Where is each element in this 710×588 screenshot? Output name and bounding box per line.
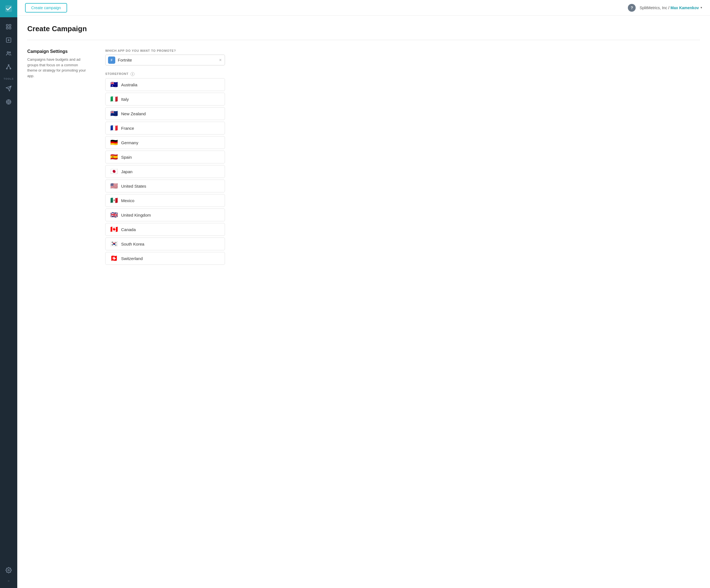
country-item[interactable]: 🇬🇧United Kingdom — [105, 209, 225, 221]
country-item[interactable]: 🇳🇿New Zealand — [105, 107, 225, 120]
storefront-info-icon[interactable]: i — [131, 72, 135, 76]
sidebar-item-send[interactable] — [2, 83, 15, 95]
country-flag: 🇬🇧 — [110, 212, 118, 218]
country-flag: 🇪🇸 — [110, 154, 118, 160]
country-item[interactable]: 🇪🇸Spain — [105, 150, 225, 163]
divider — [27, 40, 700, 40]
country-name: Canada — [121, 227, 136, 232]
country-flag: 🇨🇦 — [110, 226, 118, 233]
country-name: United Kingdom — [121, 213, 151, 217]
country-name: Spain — [121, 155, 132, 160]
country-flag: 🇩🇪 — [110, 140, 118, 146]
sidebar-item-add[interactable] — [2, 34, 15, 46]
header-right: ? SplitMetrics, Inc / Max Kamenkov ▾ — [628, 4, 702, 12]
country-name: Japan — [121, 169, 133, 174]
sidebar-expand-button[interactable]: » — [6, 578, 11, 584]
settings-main: WHICH APP DO YOU WANT TO PROMOTE? F × — [105, 49, 225, 265]
user-name: Max Kamenkov — [670, 5, 699, 10]
country-name: Australia — [121, 83, 137, 87]
help-button[interactable]: ? — [628, 4, 636, 12]
country-name: Germany — [121, 140, 138, 145]
country-item[interactable]: 🇨🇦Canada — [105, 223, 225, 236]
country-name: United States — [121, 184, 146, 188]
country-flag: 🇳🇿 — [110, 111, 118, 117]
svg-line-14 — [9, 65, 10, 68]
create-campaign-button[interactable]: Create campaign — [25, 3, 67, 13]
country-flag: 🇮🇹 — [110, 96, 118, 102]
app-search-input[interactable] — [105, 54, 225, 65]
country-flag: 🇦🇺 — [110, 81, 118, 88]
country-flag: 🇫🇷 — [110, 125, 118, 131]
country-flag: 🇯🇵 — [110, 168, 118, 174]
storefront-label: STOREFRONT i — [105, 72, 225, 76]
header: Create campaign ? SplitMetrics, Inc / Ma… — [17, 0, 710, 16]
country-flag: 🇨🇭 — [110, 255, 118, 261]
separator: / — [668, 5, 669, 10]
country-item[interactable]: 🇺🇸United States — [105, 180, 225, 192]
country-item[interactable]: 🇩🇪Germany — [105, 136, 225, 149]
settings-sidebar-title: Campaign Settings — [27, 49, 89, 54]
svg-rect-1 — [6, 24, 8, 26]
country-list: 🇦🇺Australia🇮🇹Italy🇳🇿New Zealand🇫🇷France🇩… — [105, 78, 225, 265]
content-area: Create Campaign Campaign Settings Campai… — [17, 16, 710, 588]
settings-sidebar-description: Campaigns have budgets and ad groups tha… — [27, 57, 89, 78]
country-flag: 🇲🇽 — [110, 197, 118, 204]
sidebar-tools-label: TOOLS — [4, 77, 14, 80]
settings-layout: Campaign Settings Campaigns have budgets… — [27, 49, 700, 265]
page-title: Create Campaign — [27, 24, 700, 33]
settings-sidebar: Campaign Settings Campaigns have budgets… — [27, 49, 89, 265]
sidebar-bottom: » — [2, 564, 15, 588]
country-name: France — [121, 126, 134, 131]
country-item[interactable]: 🇨🇭Switzerland — [105, 252, 225, 265]
user-menu[interactable]: SplitMetrics, Inc / Max Kamenkov ▾ — [640, 5, 702, 10]
svg-line-13 — [7, 65, 9, 68]
country-item[interactable]: 🇫🇷France — [105, 122, 225, 135]
country-name: South Korea — [121, 242, 144, 246]
country-item[interactable]: 🇦🇺Australia — [105, 78, 225, 91]
svg-point-19 — [8, 102, 9, 102]
svg-point-11 — [6, 68, 7, 69]
svg-rect-2 — [9, 24, 11, 26]
svg-point-12 — [10, 68, 11, 69]
country-flag: 🇺🇸 — [110, 183, 118, 189]
app-clear-button[interactable]: × — [219, 58, 222, 62]
sidebar-logo[interactable] — [0, 0, 17, 17]
sidebar-item-target[interactable] — [2, 96, 15, 108]
sidebar-navigation: TOOLS — [2, 17, 15, 564]
country-name: New Zealand — [121, 111, 146, 116]
sidebar: TOOLS » — [0, 0, 17, 588]
app-selector-label: WHICH APP DO YOU WANT TO PROMOTE? — [105, 49, 225, 52]
svg-rect-3 — [6, 27, 8, 29]
app-input-wrapper: F × — [105, 54, 225, 65]
country-item[interactable]: 🇮🇹Italy — [105, 93, 225, 105]
company-name: SplitMetrics, Inc — [640, 5, 667, 10]
sidebar-item-users[interactable] — [2, 47, 15, 60]
country-flag: 🇰🇷 — [110, 241, 118, 247]
country-name: Italy — [121, 97, 129, 102]
sidebar-item-settings[interactable] — [2, 564, 15, 576]
country-item[interactable]: 🇯🇵Japan — [105, 165, 225, 178]
svg-point-8 — [7, 52, 9, 53]
country-name: Mexico — [121, 198, 135, 203]
user-menu-chevron: ▾ — [701, 6, 702, 9]
sidebar-item-network[interactable] — [2, 61, 15, 73]
svg-point-10 — [8, 65, 9, 66]
sidebar-item-dashboard[interactable] — [2, 21, 15, 33]
svg-rect-4 — [9, 27, 11, 29]
main-area: Create campaign ? SplitMetrics, Inc / Ma… — [17, 0, 710, 588]
svg-text:F: F — [111, 59, 113, 62]
header-left: Create campaign — [25, 3, 67, 13]
country-item[interactable]: 🇲🇽Mexico — [105, 194, 225, 207]
app-avatar: F — [108, 56, 115, 64]
svg-point-9 — [9, 52, 10, 53]
country-name: Switzerland — [121, 256, 143, 261]
svg-point-24 — [8, 569, 9, 571]
country-item[interactable]: 🇰🇷South Korea — [105, 237, 225, 250]
